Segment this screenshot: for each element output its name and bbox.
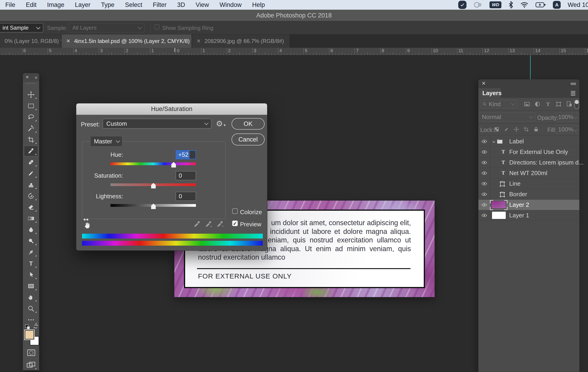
foreground-color-swatch[interactable] [25,330,34,339]
healing-brush-tool[interactable] [24,157,38,168]
swap-colors-icon[interactable] [33,324,39,330]
layer-row-layer-2[interactable]: Layer 2 [478,200,579,210]
filter-smart-object-icon[interactable] [566,101,573,107]
fill-input[interactable]: 100% [556,125,579,134]
hue-slider[interactable] [110,162,196,165]
opacity-input[interactable]: 100% [556,113,579,121]
layer-visibility-toggle[interactable] [478,147,490,157]
collapse-panel-icon[interactable]: «« [570,80,576,87]
layer-thumbnail[interactable] [491,201,506,209]
menu-item-3d[interactable]: 3D [172,1,190,9]
layer-thumbnail[interactable] [492,211,506,219]
layer-row-line[interactable]: Line [478,179,579,189]
preset-dropdown[interactable]: Custom [103,119,211,128]
sample-dropdown[interactable]: All Layers [69,23,145,32]
layer-visibility-toggle[interactable] [478,168,490,178]
tab-layers[interactable]: Layers [478,88,501,98]
close-tab-icon[interactable]: ✕ [66,38,70,44]
layer-visibility-toggle[interactable] [478,136,490,147]
pen-tool[interactable] [24,247,38,258]
dialog-title[interactable]: Hue/Saturation [76,103,267,115]
clone-stamp-tool[interactable] [24,180,38,190]
zoom-tool[interactable] [24,303,38,314]
hand-tool[interactable] [24,292,38,303]
horizontal-ruler[interactable]: 654321012345678910111213141516 [0,48,588,55]
filter-shape-layers-icon[interactable] [555,101,562,107]
layer-visibility-toggle[interactable] [478,179,490,189]
lock-position-icon[interactable] [513,126,519,132]
chevron-down-icon[interactable] [491,139,496,144]
colorize-checkbox[interactable] [232,208,238,214]
eyedropper-tool[interactable] [24,146,38,156]
eyedropper-sample-icon[interactable] [193,220,202,228]
menu-item-select[interactable]: Select [120,1,147,9]
hue-input[interactable]: +52 [176,150,196,159]
layer-row-label[interactable]: Label [478,136,579,147]
preview-checkbox[interactable]: ✓ [232,221,238,226]
layer-row-net-wt-200ml[interactable]: TNet WT 200ml [478,168,579,179]
filter-adjustment-layers-icon[interactable] [534,101,541,107]
channel-dropdown[interactable]: Master [90,136,122,147]
ok-button[interactable]: OK [231,118,265,130]
gradient-tool[interactable] [24,213,38,224]
brush-tool[interactable] [24,168,38,179]
blend-mode-dropdown[interactable]: Normal [479,113,536,121]
menu-item-layer[interactable]: Layer [70,1,96,9]
document-tab-1[interactable]: 0% (Layer 10, RGB/8) * [0,34,62,48]
layer-row-for-external-use-only[interactable]: TFor External Use Only [478,147,579,157]
move-tool[interactable] [24,89,38,100]
filter-kind-dropdown[interactable]: Kind [480,100,517,108]
screen-mode-button[interactable] [26,361,36,370]
on-image-adjustment-tool-icon[interactable] [83,218,93,229]
lock-transparency-icon[interactable] [494,126,500,132]
dodge-tool[interactable] [24,236,38,246]
eyedropper-subtract-icon[interactable]: − [216,220,225,228]
layer-visibility-toggle[interactable] [478,157,490,168]
lock-all-icon[interactable] [533,126,539,132]
close-icon[interactable]: ✕ [25,75,29,80]
crop-tool[interactable] [24,134,38,145]
tool-preset-dropdown[interactable]: int Sample [0,23,43,32]
close-tab-icon[interactable]: ✕ [197,38,201,44]
eyedropper-add-icon[interactable]: + [205,220,213,228]
menu-item-filter[interactable]: Filter [147,1,172,9]
lock-artboard-icon[interactable] [523,126,529,132]
document-tab-2[interactable]: ✕4inx1.5in label.psd @ 100% (Layer 2, CM… [62,34,192,48]
preset-options-gear-icon[interactable]: ⚙▼ [216,119,226,128]
cancel-button[interactable]: Cancel [231,134,265,145]
type-tool[interactable]: T [24,258,38,269]
layer-row-directions-lorem-ipsum-d[interactable]: TDirections: Lorem ipsum d... [478,157,579,168]
filter-pixel-layers-icon[interactable] [524,101,530,107]
layer-visibility-toggle[interactable] [478,210,490,221]
lasso-tool[interactable] [24,112,38,122]
panel-grip[interactable] [26,83,36,84]
menu-item-file[interactable]: File [0,1,21,9]
collapse-panel-icon[interactable]: » [35,75,37,80]
blur-tool[interactable] [24,224,38,235]
saturation-input[interactable]: 0 [176,171,196,180]
eraser-tool[interactable] [24,202,38,213]
lock-pixels-icon[interactable] [504,126,509,132]
filter-type-layers-icon[interactable]: T [545,101,551,107]
path-selection-tool[interactable] [24,269,38,280]
menu-item-type[interactable]: Type [96,1,120,9]
canvas-pasteboard[interactable]: um dolor sit amet, consectetur adipiscin… [0,55,588,372]
document-tab-3[interactable]: ✕2082906.jpg @ 66.7% (RGB/8#) [192,34,290,48]
filter-toggle-switch[interactable] [574,99,579,111]
lightness-input[interactable]: 0 [176,192,196,201]
menu-item-help[interactable]: Help [247,1,270,9]
menu-item-view[interactable]: View [190,1,214,9]
layer-row-layer-1[interactable]: Layer 1 [478,210,579,221]
rectangular-marquee-tool[interactable] [24,101,38,111]
layer-visibility-toggle[interactable] [478,200,490,210]
menu-item-window[interactable]: Window [214,1,247,9]
layer-row-border[interactable]: Border [478,189,579,200]
rectangle-tool[interactable] [24,281,38,291]
menu-item-image[interactable]: Image [42,1,70,9]
panel-menu-icon[interactable] [570,90,576,97]
close-icon[interactable]: ✕ [482,81,486,86]
magic-wand-tool[interactable] [24,123,38,134]
history-brush-tool[interactable] [24,191,38,201]
layer-visibility-toggle[interactable] [478,189,490,200]
menu-item-edit[interactable]: Edit [21,1,42,9]
